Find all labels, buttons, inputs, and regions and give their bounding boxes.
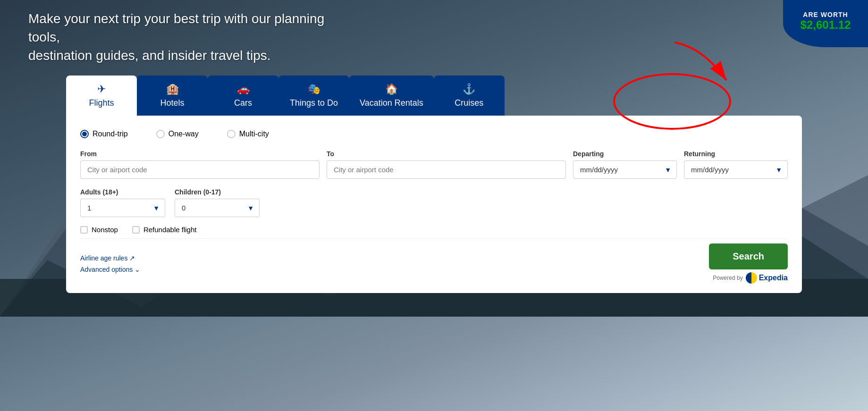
- multi-city-radio[interactable]: [227, 130, 236, 138]
- tab-things-to-do[interactable]: 🎭 Things to Do: [278, 75, 349, 116]
- tab-cruises-label: Cruises: [455, 98, 483, 108]
- tab-cars-label: Cars: [234, 98, 252, 108]
- departing-label: Departing: [573, 150, 677, 158]
- bottom-links: Airline age rules ↗ Advanced options ⌄: [80, 254, 140, 273]
- returning-select[interactable]: mm/dd/yyyy: [684, 160, 788, 179]
- search-button[interactable]: Search: [709, 243, 788, 269]
- tab-cruises[interactable]: ⚓ Cruises: [434, 75, 505, 116]
- one-way-radio[interactable]: [156, 130, 165, 138]
- children-select[interactable]: 0 1 2 3: [175, 199, 260, 217]
- children-label: Children (0-17): [175, 188, 260, 196]
- adults-select-wrapper: 1 2 3 4 5 ▼: [80, 199, 165, 217]
- adults-label: Adults (18+): [80, 188, 165, 196]
- are-worth-label: ARE WORTH: [803, 11, 848, 18]
- departing-select-wrapper: mm/dd/yyyy ▼: [573, 160, 677, 179]
- powered-by: Powered by Expedia: [713, 272, 788, 284]
- tab-hotels-label: Hotels: [160, 98, 184, 108]
- round-trip-radio[interactable]: [80, 130, 89, 138]
- to-input[interactable]: [327, 160, 566, 179]
- worth-amount: $2,601.12: [801, 18, 851, 32]
- from-input[interactable]: [80, 160, 320, 179]
- returning-label: Returning: [684, 150, 788, 158]
- departing-field-group: Departing mm/dd/yyyy ▼: [573, 150, 677, 179]
- tab-vacation-rentals-label: Vacation Rentals: [360, 98, 423, 108]
- adults-select[interactable]: 1 2 3 4 5: [80, 199, 165, 217]
- navigation-tabs: ✈ Flights 🏨 Hotels 🚗 Cars 🎭 Things to Do…: [66, 75, 802, 116]
- flight-fields-row: From To Departing mm/dd/yyyy ▼ Returning: [80, 150, 788, 179]
- flights-icon: ✈: [97, 83, 106, 95]
- returning-select-wrapper: mm/dd/yyyy ▼: [684, 160, 788, 179]
- form-bottom-row: Airline age rules ↗ Advanced options ⌄ S…: [80, 238, 788, 284]
- flights-form-panel: Round-trip One-way Multi-city From To: [66, 116, 802, 293]
- hero-tagline: Make your next trip your best trip with …: [28, 9, 359, 65]
- one-way-label: One-way: [169, 130, 199, 138]
- worth-badge: ARE WORTH $2,601.12: [783, 0, 868, 47]
- from-field-group: From: [80, 150, 320, 179]
- expedia-brand-name: Expedia: [759, 274, 788, 282]
- to-field-group: To: [327, 150, 566, 179]
- tab-cars[interactable]: 🚗 Cars: [208, 75, 278, 116]
- travelers-row: Adults (18+) 1 2 3 4 5 ▼ Children (0-17): [80, 188, 788, 217]
- powered-by-label: Powered by: [713, 275, 742, 281]
- round-trip-label: Round-trip: [93, 130, 128, 138]
- children-select-wrapper: 0 1 2 3 ▼: [175, 199, 260, 217]
- refundable-checkbox[interactable]: [132, 226, 140, 234]
- advanced-options-link[interactable]: Advanced options ⌄: [80, 266, 140, 273]
- round-trip-option[interactable]: Round-trip: [80, 130, 128, 138]
- tab-flights-label: Flights: [89, 98, 114, 108]
- expedia-logo: Expedia: [746, 272, 788, 284]
- to-label: To: [327, 150, 566, 158]
- cruises-icon: ⚓: [463, 83, 475, 95]
- main-container: ✈ Flights 🏨 Hotels 🚗 Cars 🎭 Things to Do…: [66, 75, 802, 293]
- search-area: Search Powered by Expedia: [709, 243, 788, 284]
- things-to-do-icon: 🎭: [308, 83, 320, 95]
- multi-city-label: Multi-city: [239, 130, 269, 138]
- nonstop-option[interactable]: Nonstop: [80, 226, 118, 234]
- tab-hotels[interactable]: 🏨 Hotels: [137, 75, 208, 116]
- nonstop-checkbox[interactable]: [80, 226, 88, 234]
- from-label: From: [80, 150, 320, 158]
- one-way-option[interactable]: One-way: [156, 130, 199, 138]
- adults-group: Adults (18+) 1 2 3 4 5 ▼: [80, 188, 165, 217]
- hotels-icon: 🏨: [166, 83, 179, 95]
- tab-vacation-rentals[interactable]: 🏠 Vacation Rentals: [349, 75, 434, 116]
- cars-icon: 🚗: [237, 83, 250, 95]
- refundable-label: Refundable flight: [143, 226, 197, 234]
- refundable-option[interactable]: Refundable flight: [132, 226, 197, 234]
- nonstop-label: Nonstop: [92, 226, 118, 234]
- expedia-circle-icon: [746, 272, 757, 284]
- flight-options-row: Nonstop Refundable flight: [80, 226, 788, 234]
- trip-type-selector: Round-trip One-way Multi-city: [80, 130, 788, 138]
- tab-flights[interactable]: ✈ Flights: [66, 75, 137, 116]
- multi-city-option[interactable]: Multi-city: [227, 130, 269, 138]
- airline-age-rules-link[interactable]: Airline age rules ↗: [80, 254, 140, 262]
- children-group: Children (0-17) 0 1 2 3 ▼: [175, 188, 260, 217]
- returning-field-group: Returning mm/dd/yyyy ▼: [684, 150, 788, 179]
- vacation-rentals-icon: 🏠: [385, 83, 398, 95]
- tab-things-to-do-label: Things to Do: [290, 98, 338, 108]
- departing-select[interactable]: mm/dd/yyyy: [573, 160, 677, 179]
